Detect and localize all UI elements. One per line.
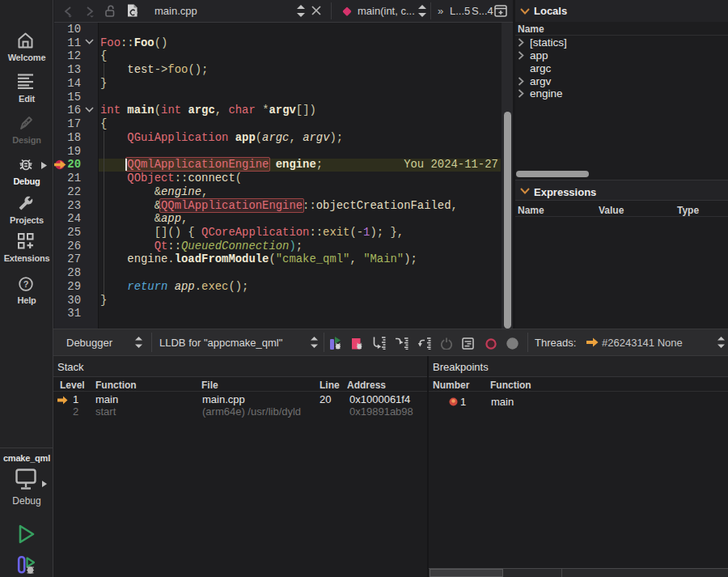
svg-text:?: ?: [23, 279, 29, 289]
